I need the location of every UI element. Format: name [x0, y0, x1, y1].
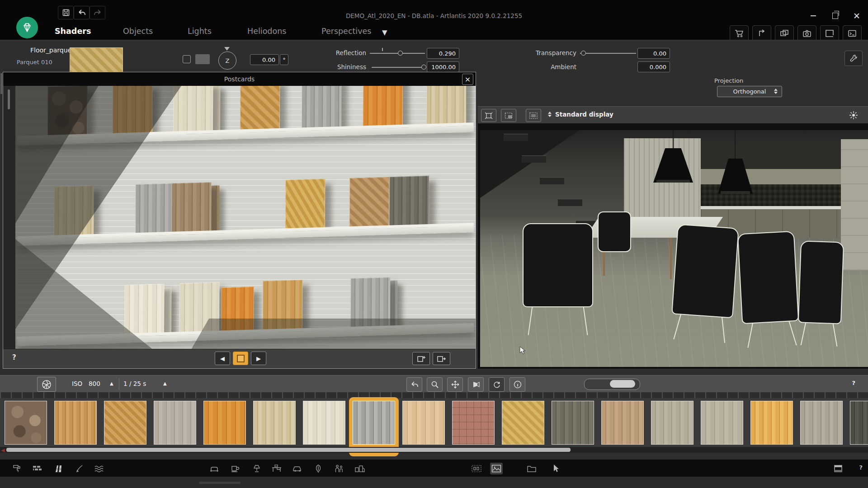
next-postcard-button[interactable]: ▶	[251, 352, 266, 365]
image-objects-button[interactable]	[490, 463, 503, 474]
postcards-preview[interactable]	[3, 86, 476, 350]
postcards-scrollbar[interactable]	[8, 89, 10, 109]
iso-value[interactable]: 800	[89, 380, 100, 387]
fit-view-button[interactable]	[481, 109, 496, 122]
shininess-input[interactable]: 1000.00	[427, 61, 459, 72]
catalog-item[interactable]: Parquet 01	[452, 401, 495, 453]
tab-shaders[interactable]: Shaders	[55, 27, 91, 36]
catalog-item[interactable]: Parquet 015	[750, 401, 793, 453]
tile-shaders-button[interactable]	[31, 463, 43, 474]
tab-heliodons[interactable]: Heliodons	[247, 27, 286, 36]
close-button[interactable]: ✕	[850, 11, 863, 21]
camera-help-button[interactable]: ?	[852, 380, 855, 386]
previous-postcard-button[interactable]: ◀	[215, 352, 230, 365]
pan-tool-button[interactable]	[447, 377, 463, 392]
tab-objects[interactable]: Objects	[123, 27, 153, 36]
catalog-item[interactable]: Parquet 005	[203, 401, 246, 453]
reflection-input[interactable]: 0.290	[427, 48, 459, 59]
texture-checkbox[interactable]	[183, 55, 191, 63]
catalog-item[interactable]: Parquet 002	[54, 401, 97, 453]
parquet-sample[interactable]	[135, 183, 175, 235]
catalog-item-selected[interactable]: Parquet 008	[353, 401, 395, 453]
exterior-objects-button[interactable]	[354, 463, 366, 474]
select-tool-button[interactable]	[550, 463, 562, 474]
reflection-slider[interactable]	[370, 53, 425, 54]
shop-media-button[interactable]	[730, 25, 749, 42]
parquet-sample[interactable]	[363, 86, 403, 128]
advanced-settings-button[interactable]	[844, 51, 863, 66]
catalog-scrollbar[interactable]: ◀	[0, 447, 868, 453]
snapshot-button[interactable]	[797, 25, 816, 42]
tab-lights[interactable]: Lights	[188, 27, 212, 36]
refresh-view-button[interactable]	[489, 377, 505, 392]
bottom-scroll-thumb[interactable]	[199, 482, 241, 484]
aperture-button[interactable]	[37, 377, 56, 392]
transparency-slider-thumb[interactable]	[581, 51, 586, 56]
catalog-item[interactable]: Parquet 001	[5, 401, 47, 453]
lighting-toggle-button[interactable]	[845, 109, 862, 121]
billboard-objects-button[interactable]	[470, 463, 483, 474]
transparency-input[interactable]: 0.00	[637, 48, 670, 59]
parquet-sample[interactable]	[173, 86, 213, 133]
parquet-sample[interactable]	[302, 86, 342, 130]
batch-render-button[interactable]	[843, 25, 862, 42]
catalog-item[interactable]: Parquet 013	[651, 401, 693, 453]
rotation-dial[interactable]: Z	[218, 52, 236, 70]
parquet-sample[interactable]	[124, 284, 165, 336]
color-swatch[interactable]	[195, 54, 210, 64]
side-scrollbar[interactable]	[0, 73, 2, 94]
chair-selected[interactable]	[524, 224, 592, 306]
3d-preview-scene[interactable]	[480, 130, 868, 367]
catalog-item[interactable]: Parque	[850, 401, 868, 453]
catalog-item[interactable]: Parquet 007	[303, 401, 345, 453]
parquet-sample[interactable]	[389, 176, 429, 228]
catalog-item[interactable]: Parquet 016	[800, 401, 843, 453]
transfer-button[interactable]	[752, 25, 771, 42]
vegetation-objects-button[interactable]	[312, 463, 325, 474]
shininess-slider-thumb[interactable]	[421, 65, 426, 70]
kitchenware-objects-button[interactable]	[229, 463, 241, 474]
zoom-tool-button[interactable]	[427, 377, 443, 392]
chair-selected[interactable]	[599, 212, 630, 251]
carpet-shaders-button[interactable]	[52, 463, 65, 474]
office-objects-button[interactable]	[270, 463, 283, 474]
transparency-slider[interactable]	[580, 53, 636, 54]
info-button[interactable]	[509, 377, 525, 392]
lighting-objects-button[interactable]	[250, 463, 263, 474]
parquet-sample[interactable]	[240, 86, 280, 131]
save-button[interactable]	[58, 6, 74, 19]
perspectives-caret-icon[interactable]: ▼	[382, 28, 387, 37]
chair-selected[interactable]	[738, 232, 798, 323]
redo-button[interactable]	[90, 6, 105, 19]
catalog-item[interactable]: Parquet 003	[104, 401, 146, 453]
catalog-item[interactable]: Parquet 011	[552, 401, 594, 453]
postcards-close-button[interactable]: ×	[462, 74, 473, 85]
rotation-input[interactable]: 0.00	[250, 54, 279, 65]
catalog-scrollbar-thumb[interactable]	[6, 448, 571, 452]
furniture-objects-button[interactable]	[208, 463, 221, 474]
browse-folder-button[interactable]	[525, 463, 538, 474]
camera-move-button[interactable]	[468, 377, 484, 392]
undo-view-button[interactable]	[406, 377, 422, 392]
shininess-slider[interactable]	[372, 67, 426, 68]
duplicate-button[interactable]	[775, 25, 794, 42]
display-mode-select[interactable]: Standard display	[548, 111, 613, 118]
minimize-button[interactable]	[807, 11, 820, 21]
shutter-value[interactable]: 1 / 25 s	[123, 380, 146, 387]
catalog-item[interactable]: Parquet 006	[253, 401, 296, 453]
restore-button[interactable]	[828, 11, 842, 21]
material-name[interactable]: Parquet 010	[17, 59, 52, 66]
shutter-stepper[interactable]: ▲	[163, 381, 167, 386]
catalog-item[interactable]: Parquet 010	[502, 401, 544, 453]
postcards-dialog-titlebar[interactable]: Postcards ×	[3, 72, 476, 86]
paint-shaders-button[interactable]	[11, 463, 24, 474]
ambient-input[interactable]: 0.000	[637, 61, 670, 72]
add-postcard-button[interactable]	[412, 352, 430, 365]
render-frame-button[interactable]	[820, 25, 839, 42]
catalog-item[interactable]: Parquet 014	[701, 401, 743, 453]
preview-quality-slider[interactable]	[584, 379, 640, 390]
tab-perspectives[interactable]: Perspectives	[321, 27, 371, 36]
iso-stepper[interactable]: ▲	[110, 381, 113, 386]
export-postcard-button[interactable]	[433, 352, 450, 365]
catalog-item[interactable]: Parquet 009	[402, 401, 445, 453]
